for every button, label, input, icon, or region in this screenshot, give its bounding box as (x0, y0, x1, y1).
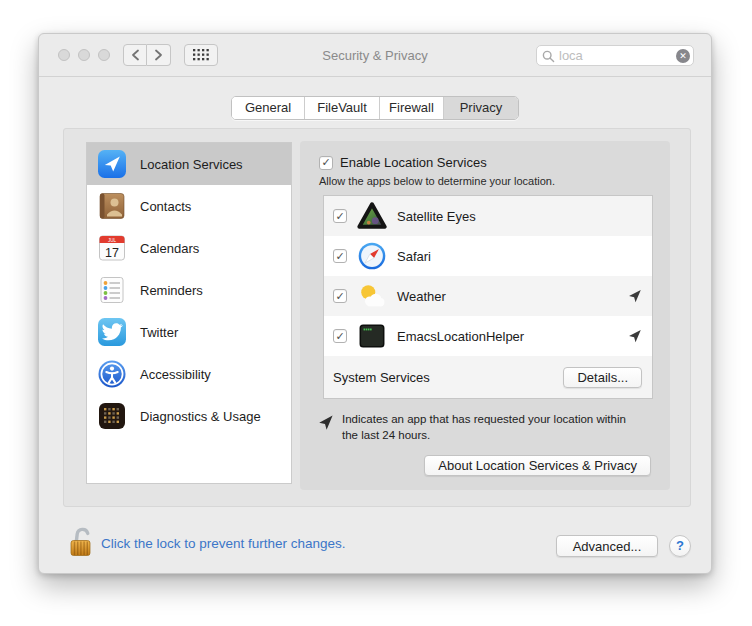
sidebar-item-label: Contacts (140, 199, 191, 214)
chevron-left-icon (131, 49, 140, 61)
app-row-safari[interactable]: ✓ Safari (324, 236, 652, 276)
sidebar-item-location-services[interactable]: Location Services (87, 143, 291, 185)
app-name: Safari (397, 249, 642, 264)
location-arrow-icon (318, 414, 334, 431)
weather-icon (357, 281, 387, 311)
sidebar-item-label: Location Services (140, 157, 243, 172)
panel-description: Allow the apps below to determine your l… (319, 175, 651, 187)
lock-message[interactable]: Click the lock to prevent further change… (101, 536, 346, 551)
app-row-emacslocationhelper[interactable]: ✓ EmacsLocationHelper (324, 316, 652, 356)
traffic-lights (58, 49, 110, 61)
app-name: Satellite Eyes (397, 209, 642, 224)
forward-button[interactable] (147, 44, 171, 66)
legend-text: Indicates an app that has requested your… (342, 412, 626, 443)
diagnostics-icon (97, 401, 127, 431)
search-field[interactable]: ✕ (536, 45, 694, 66)
enable-location-row: ✓ Enable Location Services (319, 155, 651, 170)
sidebar-item-label: Reminders (140, 283, 203, 298)
show-all-button[interactable] (184, 44, 218, 66)
titlebar: Security & Privacy ✕ (39, 34, 711, 77)
window-title: Security & Privacy (322, 48, 427, 63)
sidebar-item-contacts[interactable]: Contacts (87, 185, 291, 227)
app-row-satellite-eyes[interactable]: ✓ Satellite Eyes (324, 196, 652, 236)
sidebar-item-twitter[interactable]: Twitter (87, 311, 291, 353)
tab-general[interactable]: General (232, 97, 305, 119)
tab-strip: General FileVault Firewall Privacy (39, 77, 711, 128)
calendars-icon: JUL 17 (97, 233, 127, 263)
about-location-services-button[interactable]: About Location Services & Privacy (424, 455, 651, 476)
location-services-icon (97, 149, 127, 179)
sidebar-item-calendars[interactable]: JUL 17 Calendars (87, 227, 291, 269)
contacts-icon (97, 191, 127, 221)
accessibility-icon (97, 359, 127, 389)
details-button[interactable]: Details... (563, 367, 642, 388)
sidebar-item-diagnostics[interactable]: Diagnostics & Usage (87, 395, 291, 437)
location-services-panel: ✓ Enable Location Services Allow the app… (300, 141, 670, 490)
tab-firewall[interactable]: Firewall (380, 97, 444, 119)
tab-segmented-control: General FileVault Firewall Privacy (231, 96, 519, 120)
sidebar-item-label: Calendars (140, 241, 199, 256)
recent-location-arrow-icon (628, 289, 642, 303)
app-checkbox[interactable]: ✓ (333, 329, 347, 343)
privacy-tab-content: Location Services Contacts JUL 17 (63, 128, 691, 507)
app-row-weather[interactable]: ✓ Weather (324, 276, 652, 316)
reminders-icon (97, 275, 127, 305)
sidebar-item-label: Twitter (140, 325, 178, 340)
unlocked-lock-icon[interactable] (67, 524, 95, 558)
tab-privacy[interactable]: Privacy (444, 97, 518, 119)
recent-location-arrow-icon (628, 329, 642, 343)
help-button[interactable]: ? (669, 535, 691, 557)
back-button[interactable] (123, 44, 147, 66)
chevron-right-icon (154, 49, 163, 61)
grid-icon (193, 49, 209, 61)
system-services-label: System Services (333, 370, 563, 385)
close-window-button[interactable] (58, 49, 70, 61)
recent-location-legend: Indicates an app that has requested your… (318, 412, 651, 443)
emacslocationhelper-icon (357, 321, 387, 351)
advanced-button[interactable]: Advanced... (556, 535, 658, 557)
app-name: EmacsLocationHelper (397, 329, 618, 344)
svg-text:JUL: JUL (108, 238, 117, 243)
enable-location-label: Enable Location Services (340, 155, 487, 170)
minimize-window-button[interactable] (78, 49, 90, 61)
sidebar-item-label: Diagnostics & Usage (140, 409, 261, 424)
app-checkbox[interactable]: ✓ (333, 249, 347, 263)
search-icon (542, 50, 555, 63)
tab-filevault[interactable]: FileVault (305, 97, 380, 119)
nav-buttons (123, 44, 171, 66)
app-checkbox[interactable]: ✓ (333, 209, 347, 223)
enable-location-checkbox[interactable]: ✓ (319, 156, 333, 170)
security-privacy-window: Security & Privacy ✕ General FileVault F… (38, 33, 712, 574)
privacy-sidebar: Location Services Contacts JUL 17 (86, 142, 292, 484)
footer: Click the lock to prevent further change… (39, 507, 711, 574)
safari-icon (357, 241, 387, 271)
zoom-window-button[interactable] (98, 49, 110, 61)
satellite-eyes-icon (357, 201, 387, 231)
app-name: Weather (397, 289, 618, 304)
sidebar-item-accessibility[interactable]: Accessibility (87, 353, 291, 395)
svg-text:17: 17 (105, 246, 119, 260)
app-list: ✓ Satellite Eyes ✓ (323, 195, 653, 399)
app-checkbox[interactable]: ✓ (333, 289, 347, 303)
twitter-icon (97, 317, 127, 347)
search-input[interactable] (559, 46, 671, 65)
sidebar-item-reminders[interactable]: Reminders (87, 269, 291, 311)
system-services-row: System Services Details... (324, 356, 652, 398)
clear-search-icon[interactable]: ✕ (676, 49, 690, 63)
sidebar-item-label: Accessibility (140, 367, 211, 382)
